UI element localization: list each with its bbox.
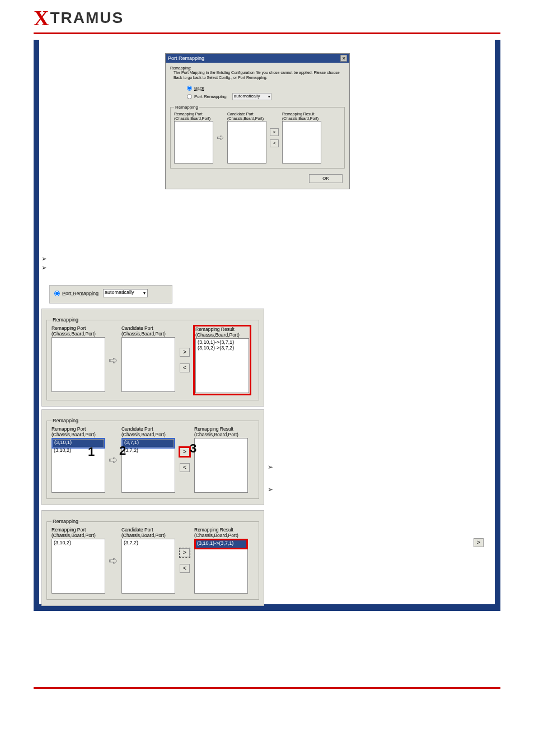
remapping-panel-auto: Remapping Remapping Port (Chassis,Board,…: [41, 309, 264, 407]
radio-back[interactable]: [187, 86, 192, 91]
result-sublabel: (Chassis,Board,Port): [195, 333, 249, 338]
remapping-fieldset: Remapping Remapping Port (Chassis,Board,…: [170, 105, 345, 168]
remapping-legend: Remapping: [51, 418, 79, 423]
arrow-right-icon: ➪: [109, 554, 118, 567]
page-header: X TRAMUS: [0, 0, 534, 30]
radio-remap[interactable]: [187, 94, 192, 99]
radio-remap-label: Port Remapping: [194, 94, 227, 99]
remap-port-col: Remapping Port (Chassis,Board,Port) (3,1…: [51, 528, 105, 594]
step-number-3: 3: [190, 441, 196, 456]
move-right-button-highlighted[interactable]: >: [180, 447, 190, 456]
remapping-panel-manual-step1: Remapping Remapping Port (Chassis,Board,…: [41, 409, 264, 505]
remap-port-item-selected[interactable]: (3,10,1): [53, 439, 104, 447]
remap-port-sublabel: (Chassis,Board,Port): [51, 432, 105, 438]
remap-port-list[interactable]: (3,10,1) (3,10,2): [51, 438, 105, 493]
candidate-list[interactable]: [227, 121, 266, 164]
result-col-highlighted: Remapping Result (Chassis,Board,Port) (3…: [194, 326, 250, 394]
candidate-item-selected[interactable]: (3,7,1): [123, 439, 174, 447]
result-list[interactable]: (3,10,1)->(3,7,1) (3,10,2)->(3,7,2): [195, 338, 249, 393]
radio-remap[interactable]: [54, 291, 60, 296]
dialog-body: Remapping: The Port Mapping in the Exist…: [166, 63, 349, 189]
logo-rest: TRAMUS: [50, 9, 124, 27]
move-left-button[interactable]: <: [180, 564, 190, 573]
result-sublabel: (Chassis,Board,Port): [282, 116, 321, 121]
remapping-fieldset: Remapping Remapping Port (Chassis,Board,…: [46, 519, 259, 600]
candidate-item[interactable]: (3,7,2): [123, 447, 174, 453]
radio-back-row[interactable]: Back: [187, 86, 345, 91]
remap-port-list[interactable]: [174, 121, 213, 164]
remap-port-col: Remapping Port (Chassis,Board,Port): [174, 112, 213, 163]
remap-port-list[interactable]: (3,10,2): [51, 539, 105, 594]
radio-remap-row[interactable]: Port Remapping automatically ▾: [54, 289, 167, 297]
candidate-sublabel: (Chassis,Board,Port): [227, 116, 266, 121]
step-number-1: 1: [88, 445, 95, 459]
dialog-message: Remapping: The Port Mapping in the Exist…: [170, 66, 345, 80]
move-buttons: > <: [180, 548, 190, 573]
result-list[interactable]: (3,10,1)->(3,7,1): [194, 539, 248, 594]
remap-option-panel: Port Remapping automatically ▾: [49, 285, 172, 304]
bullet-icon: ➢: [41, 264, 47, 272]
move-left-button[interactable]: <: [180, 363, 190, 372]
step-number-2: 2: [119, 444, 126, 458]
ok-button[interactable]: OK: [309, 174, 343, 183]
remap-port-sublabel: (Chassis,Board,Port): [174, 116, 213, 121]
candidate-col: Candidate Port (Chassis,Board,Port) (3,7…: [121, 528, 175, 594]
remap-port-col: Remapping Port (Chassis,Board,Port) (3,1…: [51, 427, 105, 493]
remap-port-item[interactable]: (3,10,2): [53, 447, 104, 453]
chevron-down-icon: ▾: [143, 291, 146, 296]
remap-port-label: Remapping Port: [174, 112, 213, 116]
chevron-down-icon: ▾: [268, 95, 270, 99]
result-list[interactable]: [194, 438, 248, 493]
radio-remap-label: Port Remapping: [62, 291, 99, 296]
dialog-titlebar: Port Remapping ✕: [166, 54, 349, 63]
remapping-fieldset: Remapping Remapping Port (Chassis,Board,…: [46, 317, 259, 400]
footer-rule: [34, 687, 500, 689]
bullet-icon: ➢: [41, 255, 47, 263]
move-right-button[interactable]: >: [180, 348, 190, 357]
result-item-highlighted[interactable]: (3,10,1)->(3,7,1): [195, 540, 247, 548]
arrow-right-icon: ➪: [109, 353, 118, 367]
move-left-button[interactable]: <: [180, 463, 190, 472]
move-buttons: > <: [270, 128, 279, 147]
result-col: Remapping Result (Chassis,Board,Port): [282, 112, 321, 163]
radio-back-label: Back: [194, 86, 204, 91]
arrow-right-icon: ➪: [217, 132, 224, 143]
candidate-list[interactable]: [121, 337, 175, 392]
remap-port-list[interactable]: [51, 337, 105, 392]
arrow-right-icon: ➪: [109, 453, 118, 466]
move-right-button-ref[interactable]: >: [474, 538, 484, 547]
remapping-panel-manual-step2: Remapping Remapping Port (Chassis,Board,…: [41, 510, 264, 606]
remap-port-item[interactable]: (3,10,2): [53, 540, 104, 545]
move-buttons: > <: [180, 348, 190, 372]
result-sublabel: (Chassis,Board,Port): [194, 432, 248, 438]
bullet-icon: ➢: [268, 463, 273, 471]
remap-port-sublabel: (Chassis,Board,Port): [51, 533, 105, 539]
radio-remap-row[interactable]: Port Remapping automatically ▾: [187, 93, 345, 100]
result-col: Remapping Result (Chassis,Board,Port): [194, 427, 248, 493]
move-right-button[interactable]: >: [270, 128, 279, 136]
result-item[interactable]: (3,10,2)->(3,7,2): [196, 345, 248, 351]
candidate-list[interactable]: (3,7,2): [121, 539, 175, 594]
candidate-sublabel: (Chassis,Board,Port): [121, 432, 175, 438]
remapping-legend: Remapping: [51, 519, 79, 524]
candidate-label: Candidate Port: [227, 112, 266, 116]
close-icon[interactable]: ✕: [340, 55, 347, 62]
move-right-button[interactable]: >: [180, 548, 190, 557]
candidate-sublabel: (Chassis,Board,Port): [121, 533, 175, 539]
result-label: Remapping Result: [282, 112, 321, 116]
move-left-button[interactable]: <: [270, 139, 279, 147]
port-remapping-dialog: Port Remapping ✕ Remapping: The Port Map…: [165, 53, 350, 189]
remap-mode-select[interactable]: automatically: [103, 289, 148, 297]
move-buttons: > <: [180, 447, 190, 472]
content-frame: Port Remapping ✕ Remapping: The Port Map…: [34, 40, 500, 611]
candidate-col: Candidate Port (Chassis,Board,Port): [121, 326, 175, 392]
remap-mode-select[interactable]: automatically: [232, 93, 271, 100]
candidate-list[interactable]: (3,7,1) (3,7,2): [121, 438, 175, 493]
result-list[interactable]: [282, 121, 321, 164]
header-rule: [34, 32, 500, 34]
candidate-col: Candidate Port (Chassis,Board,Port): [227, 112, 266, 163]
result-item[interactable]: (3,10,1)->(3,7,1): [196, 339, 248, 345]
msg-body: The Port Mapping in the Existing Configu…: [170, 71, 345, 80]
candidate-item[interactable]: (3,7,2): [123, 540, 174, 545]
candidate-col: Candidate Port (Chassis,Board,Port) (3,7…: [121, 427, 175, 493]
